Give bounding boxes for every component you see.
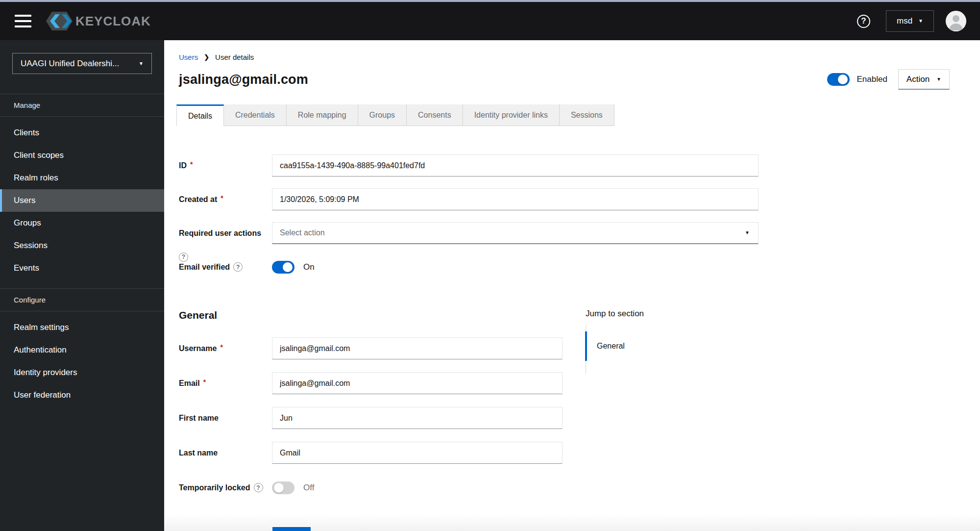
action-label: Action (906, 75, 930, 84)
email-verified-toggle[interactable] (272, 261, 294, 274)
form-row-username: Username * (179, 337, 980, 359)
first-name-field[interactable] (272, 407, 563, 429)
sidebar-item-realm-roles[interactable]: Realm roles (0, 167, 164, 189)
required-marker: * (220, 194, 223, 202)
username-field[interactable] (272, 337, 563, 359)
sidebar-item-clients[interactable]: Clients (0, 122, 164, 144)
email-verified-label: Email verified ? (179, 262, 272, 272)
user-menu-label: msd (897, 16, 912, 26)
required-marker: * (190, 160, 193, 168)
nav-list-configure: Realm settings Authentication Identity p… (0, 311, 164, 411)
topbar-right: ? msd ▼ (857, 10, 980, 32)
avatar[interactable] (946, 11, 966, 31)
user-menu-dropdown[interactable]: msd ▼ (886, 10, 934, 32)
form-row-last-name: Last name (179, 442, 980, 464)
realm-selector[interactable]: UAAGI Unified Dealershi... ▼ (12, 53, 152, 74)
sidebar-item-users[interactable]: Users (0, 189, 164, 212)
tab-details[interactable]: Details (176, 104, 224, 126)
email-verified-state: On (303, 262, 315, 272)
chevron-down-icon: ▼ (918, 19, 923, 24)
help-icon[interactable]: ? (857, 15, 870, 28)
nav-list-manage: Clients Client scopes Realm roles Users … (0, 117, 164, 284)
sidebar-item-realm-settings[interactable]: Realm settings (0, 316, 164, 339)
enabled-label: Enabled (857, 75, 887, 84)
tab-sessions[interactable]: Sessions (560, 104, 614, 126)
id-label: ID * (179, 161, 272, 170)
save-button[interactable] (272, 527, 311, 531)
username-label: Username * (179, 344, 272, 353)
required-marker: * (220, 343, 222, 351)
required-user-actions-label: Required user actions ? (179, 229, 272, 238)
temporarily-locked-label: Temporarily locked ? (179, 483, 272, 492)
jump-to-section-panel: Jump to section General (586, 309, 713, 374)
sidebar: UAAGI Unified Dealershi... ▼ Manage Clie… (0, 40, 164, 531)
chevron-down-icon: ▼ (745, 230, 750, 235)
required-user-actions-input[interactable] (272, 222, 759, 244)
user-avatar-icon (946, 11, 966, 31)
enabled-toggle[interactable] (827, 73, 850, 86)
sidebar-item-events[interactable]: Events (0, 257, 164, 279)
id-field[interactable] (272, 154, 759, 177)
tab-role-mapping[interactable]: Role mapping (287, 104, 358, 126)
user-details-form: ID * Created at * Required user actions … (179, 154, 980, 499)
chevron-right-icon: ❯ (204, 53, 209, 61)
breadcrumb-current: User details (215, 53, 254, 61)
form-row-required-user-actions: Required user actions ? ▼ (179, 222, 980, 244)
email-verified-toggle-group: On (272, 261, 315, 274)
email-field[interactable] (272, 372, 563, 394)
help-icon[interactable]: ? (179, 253, 188, 262)
form-row-email-verified: Email verified ? On (179, 256, 980, 278)
nav-section-configure-label: Configure (0, 289, 164, 311)
topbar: KEYCLOAK ? msd ▼ (0, 2, 980, 40)
created-at-label: Created at * (179, 195, 272, 204)
action-dropdown[interactable]: Action ▼ (898, 69, 950, 90)
tab-credentials[interactable]: Credentials (224, 104, 287, 126)
keycloak-logo-icon (42, 9, 78, 33)
tab-bar: Details Credentials Role mapping Groups … (176, 104, 980, 126)
last-name-field[interactable] (272, 442, 563, 464)
header-controls: Enabled Action ▼ (827, 69, 950, 90)
tab-groups[interactable]: Groups (358, 104, 407, 126)
form-row-created-at: Created at * (179, 188, 980, 210)
general-section-heading: General (179, 309, 980, 321)
enabled-toggle-group: Enabled (827, 73, 887, 86)
sidebar-item-authentication[interactable]: Authentication (0, 339, 164, 361)
required-user-actions-select[interactable]: ▼ (272, 222, 759, 244)
first-name-label: First name (179, 414, 272, 423)
help-icon[interactable]: ? (233, 262, 243, 272)
tab-consents[interactable]: Consents (407, 104, 463, 126)
page-title: jsalinga@gmail.com (179, 72, 308, 87)
sidebar-item-sessions[interactable]: Sessions (0, 234, 164, 257)
last-name-label: Last name (179, 449, 272, 457)
required-marker: * (203, 378, 206, 386)
breadcrumb-users-link[interactable]: Users (179, 53, 198, 61)
temporarily-locked-state: Off (303, 483, 314, 493)
chevron-down-icon: ▼ (936, 77, 941, 82)
jump-item-general[interactable]: General (585, 331, 713, 361)
jump-to-section-heading: Jump to section (586, 309, 713, 319)
form-row-temporarily-locked: Temporarily locked ? Off (179, 477, 980, 499)
help-icon[interactable]: ? (254, 483, 263, 492)
temporarily-locked-toggle[interactable] (272, 481, 294, 494)
brand-text: KEYCLOAK (75, 14, 151, 29)
form-row-first-name: First name (179, 407, 980, 429)
temporarily-locked-toggle-group: Off (272, 481, 314, 494)
nav-section-manage-label: Manage (0, 94, 164, 116)
main-content: Users ❯ User details jsalinga@gmail.com … (164, 40, 980, 531)
form-row-id: ID * (179, 154, 980, 177)
email-label: Email * (179, 379, 272, 388)
page-header: jsalinga@gmail.com Enabled Action ▼ (179, 69, 950, 90)
sidebar-item-identity-providers[interactable]: Identity providers (0, 361, 164, 384)
sidebar-item-user-federation[interactable]: User federation (0, 384, 164, 406)
breadcrumb: Users ❯ User details (179, 53, 980, 61)
tab-identity-provider-links[interactable]: Identity provider links (463, 104, 560, 126)
sidebar-item-groups[interactable]: Groups (0, 212, 164, 234)
jump-to-section-rail: General (586, 326, 713, 374)
hamburger-menu-icon[interactable] (15, 15, 31, 27)
sidebar-item-client-scopes[interactable]: Client scopes (0, 144, 164, 167)
chevron-down-icon: ▼ (139, 61, 144, 66)
keycloak-logo: KEYCLOAK (42, 9, 151, 33)
realm-selector-label: UAAGI Unified Dealershi... (21, 59, 119, 69)
form-row-email: Email * (179, 372, 980, 394)
created-at-field[interactable] (272, 188, 759, 210)
